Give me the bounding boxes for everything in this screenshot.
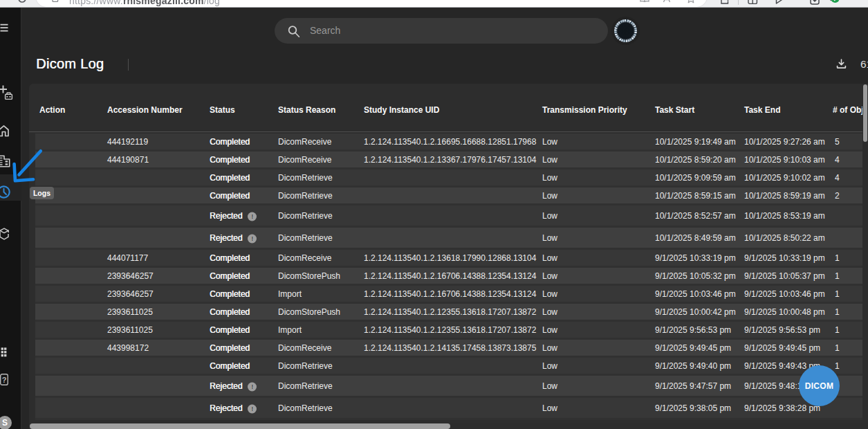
svg-text:?: ? [2, 376, 7, 384]
